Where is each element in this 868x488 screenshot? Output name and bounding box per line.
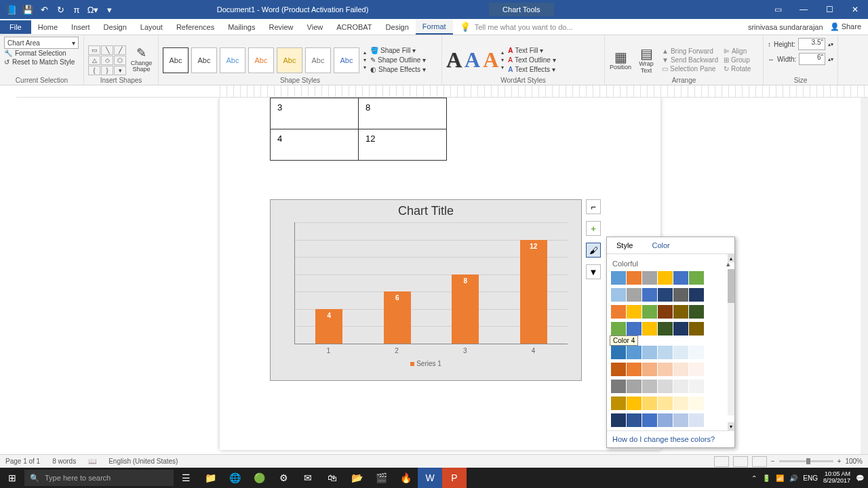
read-mode-button[interactable] [714,456,729,467]
wordart-style-3[interactable]: A [483,47,498,73]
maximize-button[interactable]: ☐ [816,0,842,19]
taskbar-app[interactable]: 🔥 [393,468,418,488]
taskbar-video[interactable]: 🎬 [369,468,393,488]
zoom-slider[interactable] [779,460,833,462]
height-input[interactable]: 3.5" [798,38,825,50]
popup-scrollbar[interactable] [728,269,734,415]
close-button[interactable]: ✕ [842,0,868,19]
change-colors-help-link[interactable]: How do I change these colors? [607,430,734,447]
popup-tab-color[interactable]: Color [642,237,679,253]
taskbar-explorer[interactable]: 📂 [344,468,369,488]
chart-filters-button[interactable]: ▼ [586,264,601,279]
text-effects-button[interactable]: A Text Effects ▾ [507,65,557,74]
chart-bar[interactable]: 4 [315,309,342,344]
tray-wifi-icon[interactable]: 📶 [776,474,784,482]
tab-chart-design[interactable]: Design [379,20,416,34]
wordart-style-2[interactable]: A [465,47,480,73]
share-button[interactable]: 👤 Share [830,22,861,31]
save-button[interactable]: 💾 [20,2,35,17]
group-button[interactable]: ⊞ Group [722,56,752,64]
web-layout-button[interactable] [752,456,767,467]
taskbar-search[interactable]: 🔍Type here to search [24,470,174,486]
align-button[interactable]: ⊫ Align [722,47,752,56]
shape-style-5[interactable]: Abc [277,47,302,73]
bring-forward-button[interactable]: ▲ Bring Forward [660,47,719,56]
data-table[interactable]: 38 412 [270,98,447,161]
start-button[interactable]: ⊞ [0,468,24,488]
ribbon-display-options-button[interactable]: ▭ [765,0,791,19]
task-view-button[interactable]: ☰ [174,468,198,488]
proofing-icon[interactable]: 📖 [88,458,96,465]
text-outline-button[interactable]: A Text Outline ▾ [507,56,557,64]
zoom-level[interactable]: 100% [845,458,863,465]
wrap-text-button[interactable]: ▤Wrap Text [635,46,658,75]
horizontal-ruler[interactable] [16,85,868,98]
qat-symbol-button[interactable]: Ω▾ [85,2,100,17]
chart-styles-button[interactable]: 🖌 [586,243,601,258]
taskbar-app[interactable]: 📁 [198,468,222,488]
rotate-button[interactable]: ↻ Rotate [722,64,752,73]
taskbar-powerpoint[interactable]: P [442,468,467,488]
change-shape-button[interactable]: ✎Change Shape [129,47,154,74]
tab-view[interactable]: View [300,20,330,34]
qat-customize-button[interactable]: ▾ [102,2,117,17]
shape-style-1[interactable]: Abc [163,47,189,73]
chart-bar[interactable]: 8 [452,274,479,344]
tray-chevron-icon[interactable]: ⌃ [751,474,757,482]
qat-equation-button[interactable]: π [69,2,84,17]
x-axis[interactable]: 1234 [294,347,568,354]
tab-format[interactable]: Format [416,20,453,35]
language-status[interactable]: English (United States) [108,458,178,465]
vertical-scrollbar[interactable] [861,98,868,454]
shape-style-7[interactable]: Abc [334,47,359,73]
shape-style-3[interactable]: Abc [220,47,245,73]
shape-style-6[interactable]: Abc [305,47,331,73]
wordart-style-1[interactable]: A [446,47,462,73]
shape-effects-button[interactable]: ◐ Shape Effects ▾ [369,65,427,74]
tab-acrobat[interactable]: ACROBAT [330,20,378,34]
width-input[interactable]: 6" [799,53,825,65]
tab-references[interactable]: References [170,20,221,34]
taskbar-word[interactable]: W [418,468,442,488]
undo-button[interactable]: ↶ [37,2,52,17]
text-fill-button[interactable]: A Text Fill ▾ [507,46,557,55]
chart-legend[interactable]: Series 1 [271,360,581,367]
tray-clock[interactable]: 10:05 AM8/29/2017 [823,471,850,485]
chart-bar[interactable]: 6 [384,291,411,344]
taskbar-store[interactable]: 🛍 [320,468,344,488]
shape-style-4[interactable]: Abc [248,47,274,73]
popup-tab-style[interactable]: Style [607,237,642,253]
position-button[interactable]: ▦Position [609,49,632,71]
color-scheme-option[interactable] [611,305,730,319]
tab-file[interactable]: File [0,20,31,34]
color-scheme-option[interactable] [611,271,730,285]
color-scheme-option[interactable] [611,380,730,393]
tab-review[interactable]: Review [262,20,300,34]
taskbar-app[interactable]: ⚙ [271,468,296,488]
shape-fill-button[interactable]: 🪣 Shape Fill ▾ [369,46,427,55]
zoom-in-button[interactable]: + [837,458,842,465]
tab-design[interactable]: Design [97,20,134,34]
word-count[interactable]: 8 words [52,458,76,465]
shape-styles-more[interactable]: ▴▾▾ [363,49,366,70]
popup-scroll-up[interactable]: ▴ [728,254,734,262]
tray-volume-icon[interactable]: 🔊 [789,474,797,482]
page-count[interactable]: Page 1 of 1 [5,458,40,465]
tab-layout[interactable]: Layout [134,20,170,34]
redo-button[interactable]: ↻ [53,2,68,17]
taskbar-chrome[interactable]: 🟢 [247,468,271,488]
popup-scroll-down[interactable]: ▾ [728,422,734,430]
layout-options-button[interactable]: ⌐ [586,199,601,214]
selection-pane-button[interactable]: ▭ Selection Pane [660,64,719,73]
color-scheme-option[interactable] [611,288,730,302]
chart-bar[interactable]: 12 [520,240,547,344]
tab-mailings[interactable]: Mailings [221,20,262,34]
shape-style-2[interactable]: Abc [191,47,217,73]
color-scheme-option[interactable] [611,363,730,376]
shapes-gallery[interactable]: ▭╲╱ △◇⬡ {}▾ [88,45,126,75]
tab-insert[interactable]: Insert [64,20,97,34]
chart-object[interactable]: Chart Title 46812 1234 Series 1 [270,199,582,381]
tray-battery-icon[interactable]: 🔋 [762,474,770,482]
minimize-button[interactable]: — [791,0,816,19]
plot-area[interactable]: 46812 [294,222,568,344]
